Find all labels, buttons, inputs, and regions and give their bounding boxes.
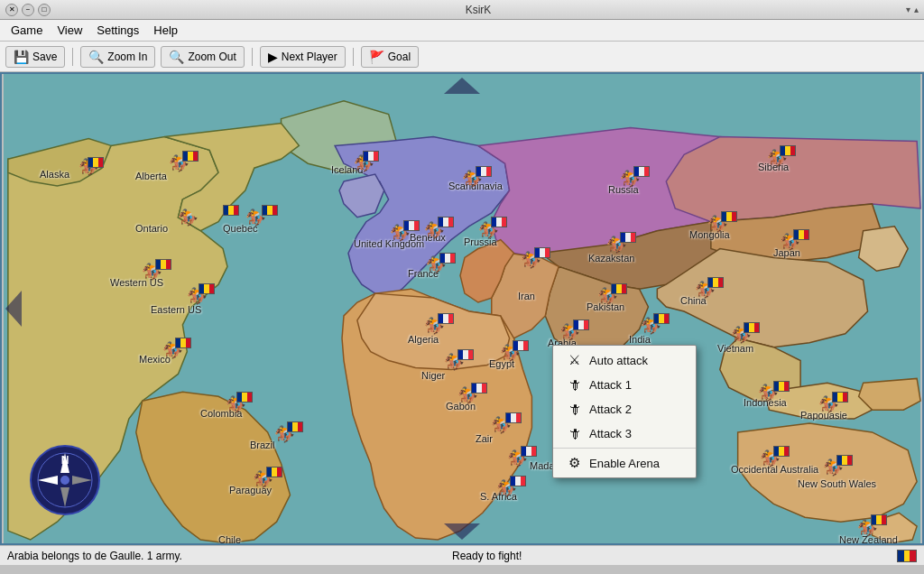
compass: N	[29, 444, 101, 516]
flag-paraguay	[266, 467, 282, 477]
flag-benelux	[438, 217, 454, 227]
flag-brazil	[287, 421, 303, 432]
attack2-icon: 🗡	[566, 402, 582, 417]
flag-iran	[534, 247, 550, 258]
chevron-up-icon[interactable]: ▴	[914, 5, 919, 14]
flag-siberia	[780, 145, 796, 156]
context-auto-attack[interactable]: ⚔ Auto attack	[553, 347, 696, 373]
nav-arrow-down[interactable]	[444, 523, 480, 540]
context-attack1[interactable]: 🗡 Attack 1	[553, 373, 696, 397]
flag-quebec	[262, 205, 278, 216]
flag-south-africa	[510, 476, 526, 486]
goal-button[interactable]: 🚩 Goal	[361, 46, 419, 68]
nav-arrow-left[interactable]	[5, 291, 22, 327]
flag-mongolia	[721, 211, 737, 222]
context-menu: ⚔ Auto attack 🗡 Attack 1 🗡 Attack 2 🗡 At…	[552, 345, 697, 478]
status-flag	[897, 550, 917, 562]
maximize-button[interactable]: □	[38, 4, 51, 16]
toolbar: 💾 Save 🔍 Zoom In 🔍 Zoom Out ▶ Next Playe…	[0, 42, 924, 72]
flag-ontario	[223, 205, 239, 216]
minimize-button[interactable]: −	[22, 4, 34, 16]
menu-view[interactable]: View	[50, 22, 89, 39]
status-center: Ready to fight!	[452, 550, 879, 562]
status-left: Arabia belongs to de Gaulle. 1 army.	[7, 550, 434, 562]
flag-china	[707, 277, 724, 288]
flag-nsw	[836, 455, 853, 466]
flag-indonesia	[773, 381, 790, 392]
flag-western-us	[155, 259, 171, 270]
flag-alaska	[88, 157, 104, 168]
status-right	[897, 550, 917, 562]
auto-attack-icon: ⚔	[566, 352, 582, 368]
flag-scandinavia	[476, 166, 492, 177]
save-button[interactable]: 💾 Save	[5, 46, 65, 68]
flag-eastern-us	[199, 283, 215, 294]
status-bar: Arabia belongs to de Gaulle. 1 army. Rea…	[0, 545, 924, 565]
map-container[interactable]: Alaska Alberta Ontario Quebec Western US…	[0, 72, 924, 545]
flag-pakistan	[611, 283, 627, 294]
context-attack2[interactable]: 🗡 Attack 2	[553, 397, 696, 421]
title-bar: ✕ − □ KsirK ▾ ▴	[0, 0, 924, 20]
flag-japan	[793, 229, 809, 240]
zoom-in-icon: 🔍	[88, 50, 104, 64]
attack1-icon: 🗡	[566, 377, 582, 393]
goal-icon: 🚩	[369, 50, 384, 64]
title-bar-left: ✕ − □	[5, 4, 51, 16]
context-separator	[553, 448, 696, 449]
flag-papouasie	[832, 392, 848, 403]
flag-india	[653, 313, 670, 324]
flag-algeria	[438, 313, 454, 324]
flag-niger	[457, 349, 474, 360]
next-player-icon: ▶	[268, 50, 278, 64]
save-icon: 💾	[14, 50, 29, 64]
world-map	[2, 74, 922, 543]
flag-colombia	[236, 392, 253, 403]
next-player-button[interactable]: ▶ Next Player	[260, 46, 346, 68]
nav-arrow-up[interactable]	[444, 78, 480, 94]
enable-arena-icon: ⚙	[566, 455, 582, 471]
next-player-label: Next Player	[282, 51, 337, 63]
toolbar-sep-2	[252, 48, 253, 66]
chevron-down-icon[interactable]: ▾	[906, 5, 910, 14]
context-enable-arena[interactable]: ⚙ Enable Arena	[553, 450, 696, 476]
flag-alberta	[182, 151, 199, 162]
zoom-in-button[interactable]: 🔍 Zoom In	[80, 46, 155, 68]
flag-arabia	[573, 319, 589, 330]
zoom-out-icon: 🔍	[169, 50, 184, 64]
flag-mexico	[175, 338, 191, 348]
zoom-out-label: Zoom Out	[188, 51, 236, 63]
goal-label: Goal	[388, 51, 411, 63]
menu-bar: Game View Settings Help	[0, 20, 924, 42]
flag-france	[439, 253, 456, 264]
toolbar-sep-1	[72, 48, 73, 66]
flag-egypt	[513, 340, 529, 351]
close-button[interactable]: ✕	[5, 4, 18, 16]
menu-help[interactable]: Help	[146, 22, 185, 39]
toolbar-sep-3	[353, 48, 354, 66]
flag-occ-australia	[773, 446, 790, 457]
flag-uk	[403, 220, 420, 231]
flag-prussia	[491, 217, 507, 227]
flag-russia	[633, 166, 650, 177]
flag-zair	[505, 412, 522, 423]
title-bar-right: ▾ ▴	[906, 5, 919, 14]
zoom-in-label: Zoom In	[107, 51, 147, 63]
window-controls[interactable]: ✕ − □	[5, 4, 51, 16]
flag-new-zealand	[871, 514, 887, 525]
flag-kazakhstan	[620, 232, 636, 243]
context-attack3[interactable]: 🗡 Attack 3	[553, 421, 696, 446]
zoom-out-button[interactable]: 🔍 Zoom Out	[161, 46, 244, 68]
window-title: KsirK	[51, 4, 906, 16]
flag-madagaskar	[521, 446, 537, 457]
save-label: Save	[32, 51, 57, 63]
menu-game[interactable]: Game	[4, 22, 50, 39]
svg-point-8	[60, 476, 69, 485]
flag-vietnam	[744, 322, 760, 333]
flag-gabon	[471, 383, 487, 393]
menu-settings[interactable]: Settings	[89, 22, 146, 39]
attack3-icon: 🗡	[566, 426, 582, 441]
flag-iceland	[363, 151, 379, 162]
